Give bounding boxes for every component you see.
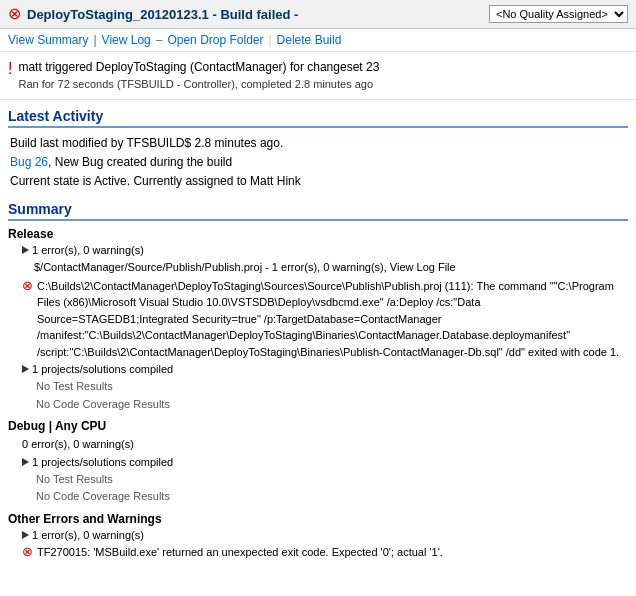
error-icon: ⊗ <box>22 278 33 295</box>
release-no-coverage: No Code Coverage Results <box>36 396 628 414</box>
debug-no-coverage: No Code Coverage Results <box>36 488 628 506</box>
open-drop-folder-link[interactable]: Open Drop Folder <box>167 33 263 47</box>
page-title: DeployToStaging_20120123.1 - Build faile… <box>27 7 483 22</box>
latest-activity-heading: Latest Activity <box>8 108 628 128</box>
delete-build-link[interactable]: Delete Build <box>277 33 342 47</box>
notification-line1: matt triggered DeployToStaging (ContactM… <box>18 58 379 76</box>
sep2: – <box>156 33 163 47</box>
release-projects-label: 1 projects/solutions compiled <box>32 363 173 375</box>
activity-line1: Build last modified by TFSBUILD$ 2.8 min… <box>10 134 628 153</box>
summary-heading: Summary <box>8 201 628 221</box>
expand-projects-icon <box>22 365 29 373</box>
latest-activity-content: Build last modified by TFSBUILD$ 2.8 min… <box>8 134 628 192</box>
debug-heading: Debug | Any CPU <box>8 419 628 433</box>
activity-line3: Current state is Active. Currently assig… <box>10 172 628 191</box>
activity-line2-after: , New Bug created during the build <box>48 155 232 169</box>
expand-other-icon <box>22 531 29 539</box>
other-errors-row[interactable]: 1 error(s), 0 warning(s) <box>22 529 628 541</box>
release-errors-label: 1 error(s), 0 warning(s) <box>32 244 144 256</box>
debug-errors: 0 error(s), 0 warning(s) <box>22 436 628 453</box>
other-error-icon: ⊗ <box>22 544 33 561</box>
bug-link[interactable]: Bug 26 <box>10 155 48 169</box>
publish-path: $/ContactManager/Source/Publish/Publish.… <box>34 261 387 273</box>
other-error-detail-text: TF270015: 'MSBuild.exe' returned an unex… <box>37 544 443 561</box>
view-log-link[interactable]: View Log <box>102 33 151 47</box>
other-error-detail-row: ⊗ TF270015: 'MSBuild.exe' returned an un… <box>22 544 628 561</box>
quality-dropdown[interactable]: <No Quality Assigned>ApprovedRejectedUnd… <box>489 5 628 23</box>
publish-path-row: $/ContactManager/Source/Publish/Publish.… <box>34 259 628 276</box>
other-errors-label: 1 error(s), 0 warning(s) <box>32 529 144 541</box>
error-detail-row: ⊗ C:\Builds\2\ContactManager\DeployToSta… <box>22 278 628 361</box>
release-projects-row[interactable]: 1 projects/solutions compiled <box>22 363 628 375</box>
latest-activity-section: Latest Activity Build last modified by T… <box>0 100 636 196</box>
view-log-file-link[interactable]: View Log File <box>390 261 456 273</box>
other-errors-heading: Other Errors and Warnings <box>8 512 628 526</box>
release-heading: Release <box>8 227 628 241</box>
error-detail-text: C:\Builds\2\ContactManager\DeployToStagi… <box>37 278 628 361</box>
notification-line2: Ran for 72 seconds (TFSBUILD - Controlle… <box>18 76 379 93</box>
notification-text: matt triggered DeployToStaging (ContactM… <box>18 58 379 93</box>
debug-projects-row[interactable]: 1 projects/solutions compiled <box>22 456 628 468</box>
release-errors-row[interactable]: 1 error(s), 0 warning(s) <box>22 244 628 256</box>
expand-triangle-icon <box>22 246 29 254</box>
debug-projects-label: 1 projects/solutions compiled <box>32 456 173 468</box>
activity-line2: Bug 26, New Bug created during the build <box>10 153 628 172</box>
notification-icon: ! <box>8 59 12 78</box>
release-no-test: No Test Results <box>36 378 628 396</box>
debug-no-test: No Test Results <box>36 471 628 489</box>
notification-row: ! matt triggered DeployToStaging (Contac… <box>0 52 636 100</box>
toolbar: View Summary | View Log – Open Drop Fold… <box>0 29 636 52</box>
expand-debug-icon <box>22 458 29 466</box>
sep1: | <box>93 33 96 47</box>
summary-section: Summary Release 1 error(s), 0 warning(s)… <box>0 195 636 569</box>
view-summary-link[interactable]: View Summary <box>8 33 88 47</box>
build-failed-icon: ⊗ <box>8 6 21 22</box>
header-bar: ⊗ DeployToStaging_20120123.1 - Build fai… <box>0 0 636 29</box>
divider1: | <box>268 33 271 47</box>
